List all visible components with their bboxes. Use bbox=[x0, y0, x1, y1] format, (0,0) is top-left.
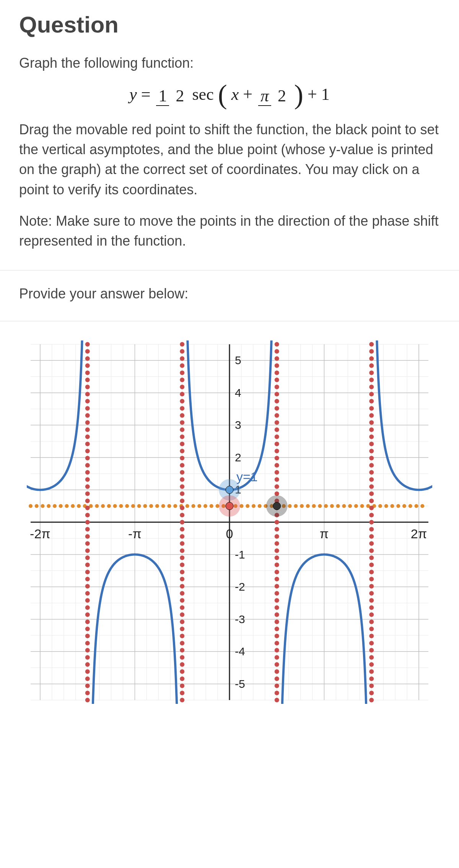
svg-point-289 bbox=[275, 363, 279, 368]
svg-point-310 bbox=[369, 577, 374, 581]
svg-point-278 bbox=[275, 442, 279, 446]
svg-point-176 bbox=[85, 442, 90, 446]
svg-point-224 bbox=[180, 463, 184, 467]
svg-point-77 bbox=[47, 504, 50, 508]
svg-point-187 bbox=[85, 363, 90, 368]
svg-point-220 bbox=[180, 492, 184, 496]
svg-point-128 bbox=[354, 504, 358, 508]
svg-point-258 bbox=[275, 584, 279, 589]
svg-point-82 bbox=[77, 504, 81, 508]
svg-point-316 bbox=[369, 534, 374, 539]
svg-point-291 bbox=[275, 349, 279, 354]
svg-point-118 bbox=[294, 504, 298, 508]
svg-point-341 bbox=[369, 356, 374, 361]
svg-point-297 bbox=[369, 669, 374, 674]
svg-point-229 bbox=[180, 427, 184, 432]
svg-point-304 bbox=[369, 620, 374, 624]
svg-point-101 bbox=[191, 504, 195, 508]
graph-svg[interactable]: -5-4-3-2-112345-2π-π0π2πy=1 bbox=[27, 340, 432, 704]
svg-point-157 bbox=[85, 577, 90, 581]
svg-point-149 bbox=[85, 634, 90, 638]
svg-point-260 bbox=[275, 570, 279, 574]
blue-point[interactable]: y=1 bbox=[219, 470, 258, 501]
svg-point-321 bbox=[369, 498, 374, 503]
svg-point-303 bbox=[369, 627, 374, 631]
svg-point-150 bbox=[85, 627, 90, 631]
svg-point-154 bbox=[85, 598, 90, 603]
svg-point-312 bbox=[369, 563, 374, 567]
svg-point-284 bbox=[275, 399, 279, 404]
svg-point-100 bbox=[186, 504, 189, 508]
svg-point-282 bbox=[275, 413, 279, 418]
svg-point-293 bbox=[369, 698, 374, 702]
svg-point-228 bbox=[180, 435, 184, 439]
svg-point-245 bbox=[275, 676, 279, 681]
svg-point-182 bbox=[85, 399, 90, 404]
svg-point-274 bbox=[275, 470, 279, 475]
svg-point-213 bbox=[180, 541, 184, 546]
svg-point-164 bbox=[85, 527, 90, 532]
svg-point-110 bbox=[246, 504, 249, 508]
svg-point-367 bbox=[226, 502, 233, 510]
svg-text:y=1: y=1 bbox=[236, 470, 258, 484]
instruction-lead: Graph the following function: bbox=[19, 53, 440, 73]
svg-point-155 bbox=[85, 591, 90, 596]
svg-point-165 bbox=[85, 520, 90, 524]
svg-point-319 bbox=[369, 513, 374, 518]
svg-point-309 bbox=[369, 584, 374, 589]
svg-point-121 bbox=[312, 504, 316, 508]
svg-point-203 bbox=[180, 612, 184, 617]
svg-point-249 bbox=[275, 648, 279, 653]
svg-point-215 bbox=[180, 527, 184, 532]
svg-point-231 bbox=[180, 413, 184, 418]
svg-point-175 bbox=[85, 449, 90, 453]
svg-point-201 bbox=[180, 627, 184, 631]
equation: y = 1 2 sec ( x + π 2 ) + 1 bbox=[19, 85, 440, 104]
black-point[interactable] bbox=[266, 495, 288, 517]
svg-point-184 bbox=[85, 385, 90, 389]
svg-point-76 bbox=[41, 504, 45, 508]
svg-point-159 bbox=[85, 563, 90, 567]
svg-point-177 bbox=[85, 435, 90, 439]
svg-text:-4: -4 bbox=[235, 645, 245, 658]
svg-point-191 bbox=[180, 698, 184, 702]
graph-canvas[interactable]: -5-4-3-2-112345-2π-π0π2πy=1 bbox=[27, 340, 432, 715]
svg-point-244 bbox=[275, 684, 279, 688]
svg-point-202 bbox=[180, 620, 184, 624]
svg-text:0: 0 bbox=[226, 526, 233, 541]
svg-point-239 bbox=[180, 356, 184, 361]
svg-point-326 bbox=[369, 463, 374, 467]
svg-point-209 bbox=[180, 570, 184, 574]
svg-point-198 bbox=[180, 648, 184, 653]
svg-point-221 bbox=[180, 484, 184, 489]
answer-prompt: Provide your answer below: bbox=[19, 286, 440, 302]
svg-point-144 bbox=[85, 669, 90, 674]
svg-point-96 bbox=[161, 504, 165, 508]
svg-point-103 bbox=[203, 504, 207, 508]
svg-point-119 bbox=[300, 504, 304, 508]
svg-point-214 bbox=[180, 534, 184, 539]
svg-point-324 bbox=[369, 477, 374, 482]
svg-point-223 bbox=[180, 470, 184, 475]
svg-point-207 bbox=[180, 584, 184, 589]
svg-point-85 bbox=[95, 504, 99, 508]
svg-point-188 bbox=[85, 356, 90, 361]
svg-point-273 bbox=[275, 477, 279, 482]
svg-point-205 bbox=[180, 598, 184, 603]
svg-point-152 bbox=[85, 612, 90, 617]
svg-point-179 bbox=[85, 420, 90, 425]
svg-point-296 bbox=[369, 676, 374, 681]
svg-point-261 bbox=[275, 563, 279, 567]
svg-point-193 bbox=[180, 684, 184, 688]
svg-point-248 bbox=[275, 655, 279, 660]
svg-point-314 bbox=[369, 549, 374, 553]
svg-point-234 bbox=[180, 392, 184, 396]
svg-text:-3: -3 bbox=[235, 613, 245, 625]
svg-point-262 bbox=[275, 555, 279, 560]
svg-point-257 bbox=[275, 591, 279, 596]
svg-point-292 bbox=[275, 342, 279, 347]
svg-point-283 bbox=[275, 406, 279, 411]
svg-point-79 bbox=[59, 504, 63, 508]
svg-point-320 bbox=[369, 506, 374, 510]
red-point[interactable] bbox=[219, 495, 240, 517]
